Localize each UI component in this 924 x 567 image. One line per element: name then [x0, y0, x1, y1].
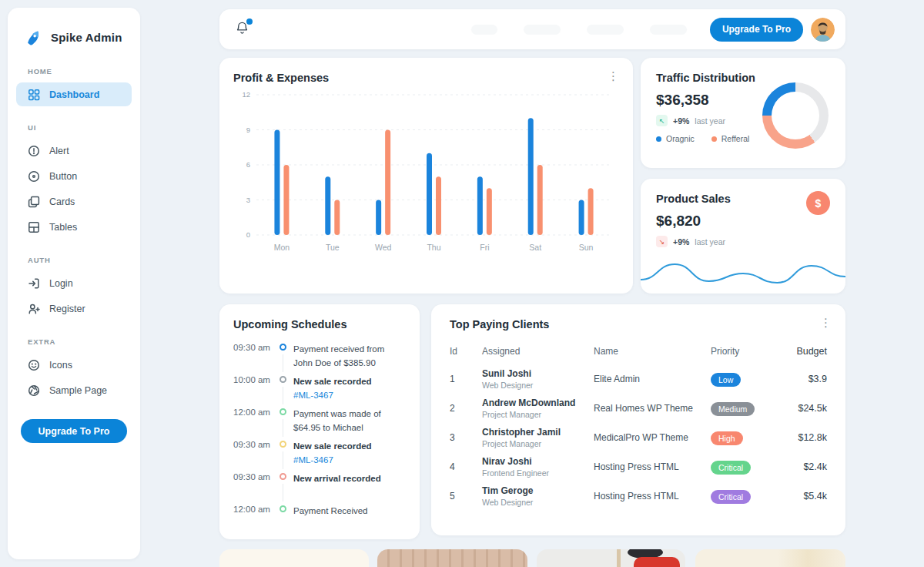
top-paying-clients-card: Top Paying Clients ⋮ IdAssignedNamePrior… — [431, 304, 845, 535]
blog-card-image[interactable] — [537, 549, 685, 567]
svg-text:Sun: Sun — [579, 243, 594, 252]
client-role: Project Manager — [482, 410, 594, 419]
table-row[interactable]: 5Tim GerogeWeb DesignerHosting Press HTM… — [450, 481, 827, 511]
sidebar-item-register[interactable]: Register — [16, 297, 132, 320]
client-project: Elite Admin — [594, 374, 711, 384]
client-project: MedicalPro WP Theme — [594, 432, 711, 443]
svg-text:3: 3 — [246, 196, 250, 204]
sidebar-item-cards[interactable]: Cards — [16, 190, 132, 213]
traffic-distribution-card: Traffic Distribution $36,358 ↖ +9% last … — [641, 58, 845, 168]
blog-card-image[interactable] — [219, 549, 369, 567]
traffic-distribution-title: Traffic Distribution — [656, 72, 830, 84]
svg-text:Thu: Thu — [427, 243, 440, 252]
brand-logo[interactable]: Spike Admin — [8, 22, 140, 52]
client-name: Nirav Joshi — [482, 456, 594, 467]
schedule-text: Payment Received — [293, 503, 406, 535]
timeline-dot-icon — [280, 505, 286, 512]
alert-icon — [27, 144, 40, 157]
svg-text:6: 6 — [246, 160, 250, 169]
sidebar-item-alert[interactable]: Alert — [16, 139, 132, 163]
upcoming-schedules-title: Upcoming Schedules — [233, 318, 406, 330]
timeline-dot-icon — [280, 408, 286, 415]
sidebar-item-dashboard[interactable]: Dashboard — [16, 82, 132, 106]
sidebar-item-label: Cards — [49, 196, 75, 207]
table-row[interactable]: 4Nirav JoshiFrontend EngineerHosting Pre… — [450, 452, 827, 481]
timeline-marker — [276, 406, 293, 438]
rocket-logo-icon — [25, 28, 44, 47]
svg-text:Mon: Mon — [274, 243, 290, 252]
schedule-link[interactable]: #ML-3467 — [293, 389, 406, 403]
schedule-item: 09:30 amNew arrival recorded — [233, 471, 406, 503]
table-row[interactable]: 1Sunil JoshiWeb DesignerElite AdminLow$3… — [450, 364, 827, 394]
sidebar-nav: HOMEDashboardUIAlertButtonCardsTablesAUT… — [8, 52, 140, 402]
product-sales-card: Product Sales $ $6,820 ↘ +9% last year — [641, 179, 845, 294]
table-row[interactable]: 3Christopher JamilProject ManagerMedical… — [450, 423, 827, 452]
topbar-nav-placeholders — [471, 25, 687, 35]
top-paying-clients-title: Top Paying Clients — [450, 318, 827, 330]
dollar-icon: $ — [806, 191, 830, 215]
nav-placeholder[interactable] — [471, 25, 497, 35]
nav-placeholder[interactable] — [524, 25, 561, 35]
topbar-upgrade-button[interactable]: Upgrade To Pro — [710, 18, 803, 42]
svg-text:Fri: Fri — [480, 243, 489, 252]
client-id: 4 — [450, 461, 482, 472]
nav-placeholder[interactable] — [650, 25, 687, 35]
legend-label: Refferal — [721, 134, 750, 143]
priority-badge: Critical — [711, 461, 751, 475]
schedule-link[interactable]: #ML-3467 — [293, 454, 406, 468]
schedule-text: New sale recorded#ML-3467 — [293, 374, 406, 406]
notifications-bell-icon[interactable] — [235, 20, 252, 39]
schedule-item: 12:00 amPayment Received — [233, 503, 406, 535]
svg-text:9: 9 — [246, 126, 250, 134]
sidebar-item-label: Icons — [49, 360, 72, 371]
schedule-item: 10:00 amNew sale recorded#ML-3467 — [233, 374, 406, 406]
icons-icon — [27, 358, 40, 371]
traffic-donut-chart — [762, 82, 829, 149]
product-sales-title: Product Sales — [656, 193, 830, 205]
timeline-connector — [283, 419, 283, 437]
priority-badge: Critical — [711, 490, 751, 504]
priority-badge: Low — [711, 373, 741, 387]
traffic-delta-period: last year — [695, 116, 725, 126]
sidebar-item-login[interactable]: Login — [16, 271, 132, 295]
nav-section-label: HOME — [8, 52, 140, 81]
nav-section-label: EXTRA — [8, 322, 140, 351]
table-header-priority: Priority — [711, 346, 783, 357]
client-project: Real Homes WP Theme — [594, 403, 711, 414]
timeline-marker — [276, 503, 293, 535]
sidebar-item-button[interactable]: Button — [16, 164, 132, 188]
client-project: Hosting Press HTML — [594, 491, 711, 502]
user-avatar[interactable] — [811, 18, 835, 42]
schedule-item: 09:30 amNew sale recorded#ML-3467 — [233, 438, 406, 471]
sidebar-item-tables[interactable]: Tables — [16, 215, 132, 239]
blog-card-image[interactable] — [377, 549, 527, 567]
top-paying-clients-menu-icon[interactable]: ⋮ — [820, 317, 832, 328]
sidebar: Spike Admin HOMEDashboardUIAlertButtonCa… — [8, 8, 140, 559]
sample-page-icon — [27, 384, 40, 397]
schedule-item: 09:30 amPayment received from John Doe o… — [233, 341, 406, 374]
schedule-item: 12:00 amPayment was made of $64.95 to Mi… — [233, 406, 406, 438]
client-budget: $24.5k — [783, 403, 827, 414]
blog-card-image[interactable] — [695, 549, 845, 567]
legend-item: Oragnic — [656, 134, 695, 143]
sidebar-item-sample-page[interactable]: Sample Page — [16, 378, 132, 402]
client-budget: $2.4k — [783, 461, 827, 472]
nav-placeholder[interactable] — [587, 25, 624, 35]
table-row[interactable]: 2Andrew McDownlandProject ManagerReal Ho… — [450, 394, 827, 423]
clients-table: IdAssignedNamePriorityBudget1Sunil Joshi… — [450, 341, 827, 511]
priority-badge: Medium — [711, 402, 755, 416]
cards-icon — [27, 195, 40, 208]
sidebar-item-icons[interactable]: Icons — [16, 353, 132, 377]
legend-dot — [711, 136, 717, 142]
table-header-name: Name — [594, 346, 711, 357]
table-header-row: IdAssignedNamePriorityBudget — [450, 341, 827, 364]
schedule-text: New sale recorded#ML-3467 — [293, 438, 406, 471]
schedule-text: Payment received from John Doe of $385.9… — [293, 341, 406, 374]
timeline-connector — [283, 451, 283, 469]
sidebar-upgrade-button[interactable]: Upgrade To Pro — [21, 419, 127, 443]
tables-icon — [27, 220, 40, 233]
client-id: 1 — [450, 374, 482, 384]
table-header-budget: Budget — [783, 346, 827, 357]
profit-expenses-menu-icon[interactable]: ⋮ — [608, 70, 619, 82]
sidebar-item-label: Tables — [49, 222, 77, 233]
